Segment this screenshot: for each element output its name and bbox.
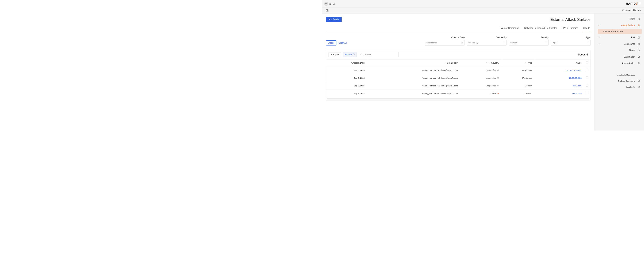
severity-badge: Unspecified [462, 77, 499, 79]
horizontal-scrollbar[interactable] [327, 98, 590, 100]
filter-select-created-by[interactable]: Created By [467, 40, 507, 45]
sidebar-item-compliance[interactable]: Compliance [594, 41, 644, 47]
home-icon [637, 17, 640, 20]
sidebar-item-label: Compliance [600, 43, 635, 45]
seed-name-link[interactable]: 23.93.86.2/32 [569, 77, 582, 79]
seed-name-link[interactable]: test2.com [573, 84, 582, 87]
svg-point-17 [361, 54, 362, 55]
filter-label-creation-date: Creation Date [425, 36, 465, 39]
col-name[interactable]: Name [576, 62, 582, 64]
main-content: External Attack Surface Add Seeds Seeds … [322, 13, 594, 130]
help-icon[interactable] [332, 2, 336, 5]
svg-point-11 [638, 57, 638, 58]
sidebar-item-upgrades[interactable]: Available Upgrades [594, 72, 644, 78]
seed-count: 4 Seeds [578, 53, 588, 56]
svg-point-8 [639, 51, 639, 51]
sidebar-item-label: Risk [600, 36, 635, 39]
automation-icon [637, 55, 640, 58]
refresh-button[interactable]: Refresh [343, 52, 357, 57]
sidebar-item-insightvm[interactable]: InsightVM [594, 84, 644, 90]
sidebar-item-administration[interactable]: Administration [594, 60, 644, 67]
creation-date: Sep 6, 2024 [326, 66, 367, 74]
table-row: test2.comDomainUnspecifiedAaron_Herndon+… [326, 82, 590, 89]
sidebar-item-attack-surface[interactable]: Attack Surface [594, 22, 644, 28]
seed-name-link[interactable]: 172.232.25.148/32 [564, 69, 582, 71]
chevron-down-icon [598, 42, 600, 45]
search-icon [360, 53, 362, 56]
threat-icon [637, 49, 640, 52]
seeds-table: Name Type Severity Created By Creation D… [326, 59, 590, 97]
export-button[interactable]: Export [329, 52, 341, 57]
sort-arrow-icon [486, 62, 488, 64]
tab-ips-domains[interactable]: IPs & Domains [562, 25, 579, 31]
sidebar-item-threat[interactable]: Threat [594, 47, 644, 54]
sort-arrow-icon [444, 62, 446, 64]
table-row: 23.93.86.2/32IP AddressUnspecifiedAaron_… [326, 74, 590, 82]
filter-select-severity[interactable]: Severity [509, 40, 549, 45]
chevron-down-icon [330, 53, 332, 56]
surface-command-icon [637, 79, 640, 83]
svg-point-3 [638, 24, 640, 26]
tab-seeds[interactable]: Seeds [583, 25, 590, 31]
apply-button[interactable]: Apply [326, 40, 336, 45]
clear-all-button[interactable]: Clear All [338, 42, 346, 44]
filter-select-type[interactable]: Type [551, 40, 590, 45]
tab-network-services[interactable]: Network Services & Certificates [524, 25, 558, 31]
brand-logo: RAPID7 [626, 2, 638, 5]
user-avatar[interactable]: ME [324, 2, 328, 6]
row-checkbox[interactable] [586, 92, 588, 94]
compliance-icon [637, 42, 640, 45]
seed-type: IP Address [501, 66, 534, 74]
docs-icon[interactable] [325, 8, 329, 12]
svg-point-4 [638, 25, 639, 26]
tab-vector-command[interactable]: Vector Command [500, 25, 520, 31]
sidebar-subitem-external-attack-surface[interactable]: External Attack Surface [598, 29, 642, 34]
platform-label: Command Platform [622, 9, 641, 12]
sidebar-item-label: InsightVM [626, 86, 635, 88]
sidebar-item-surface-command[interactable]: Surface Command [594, 78, 644, 84]
sidebar-item-label: Administration [598, 62, 635, 65]
sidebar-item-risk[interactable]: Risk [594, 34, 644, 41]
col-creation-date[interactable]: Creation Date [352, 62, 365, 64]
svg-point-12 [639, 57, 640, 58]
sidebar-item-home[interactable]: Home [594, 16, 644, 22]
sidebar-item-automation[interactable]: Automation [594, 54, 644, 60]
info-icon[interactable] [488, 62, 490, 64]
tabs: Seeds IPs & Domains Network Services & C… [326, 25, 590, 32]
refresh-icon [353, 53, 355, 56]
col-created-by[interactable]: Created By [447, 62, 458, 64]
shield-icon [637, 86, 640, 89]
svg-point-1 [334, 4, 334, 4]
col-severity[interactable]: Severity [492, 62, 499, 64]
row-checkbox[interactable] [586, 69, 588, 71]
seed-name-link[interactable]: acme.com [572, 92, 582, 95]
sidebar: Home Attack Surface External Attack Surf… [594, 13, 644, 130]
add-seeds-button[interactable]: Add Seeds [326, 17, 342, 22]
created-by: Aaron_Herndon+VCdemo@rapid7.com [367, 74, 460, 82]
svg-point-9 [638, 56, 638, 56]
settings-icon[interactable] [328, 2, 332, 5]
select-all-checkbox[interactable] [586, 61, 588, 64]
created-by: Aaron_Herndon+VCdemo@rapid7.com [367, 66, 460, 74]
chevron-up-icon [598, 24, 600, 27]
sort-icon [545, 41, 547, 44]
severity-badge: Unspecified [462, 84, 499, 87]
svg-point-15 [638, 81, 639, 81]
col-type[interactable]: Type [527, 62, 532, 64]
creation-date: Sep 6, 2024 [326, 74, 367, 82]
platform-bar: Command Platform [322, 7, 644, 13]
sort-arrow-icon [524, 62, 526, 64]
filter-date-range[interactable]: Select range [425, 40, 465, 45]
row-checkbox[interactable] [586, 76, 588, 79]
row-checkbox[interactable] [586, 84, 588, 87]
svg-point-6 [639, 38, 639, 38]
svg-point-14 [638, 80, 640, 82]
search-input[interactable] [359, 52, 399, 57]
sidebar-item-label: Automation [598, 56, 635, 58]
app-launcher-icon[interactable] [638, 2, 640, 5]
svg-point-10 [639, 56, 640, 56]
seed-type: Domain [501, 82, 534, 89]
sidebar-item-label: Surface Command [618, 80, 635, 82]
filter-label-created-by: Created By [467, 36, 507, 39]
creation-date: Sep 6, 2024 [326, 89, 367, 97]
